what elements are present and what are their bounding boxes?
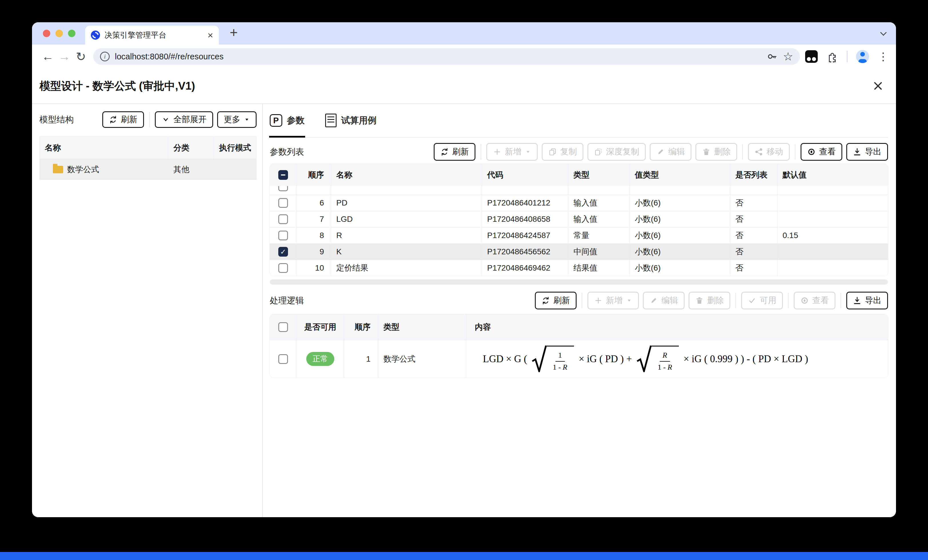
add-button[interactable]: 新增	[588, 292, 639, 309]
row-checkbox[interactable]	[278, 215, 288, 224]
forward-arrow-icon[interactable]: →	[56, 50, 73, 63]
download-icon	[853, 296, 861, 305]
menu-kebab-icon[interactable]: ⋮	[878, 50, 888, 63]
tab-trial-cases[interactable]: 试算用例	[325, 104, 377, 137]
parameters-table: 顺序 名称 代码 类型 值类型 是否列表 默认值 6PDP17204864012…	[270, 164, 888, 276]
cell-type: 输入值	[568, 211, 630, 227]
tree-row[interactable]: 数学公式 其他	[40, 159, 256, 180]
params-toolbar: 刷新新增复制深度复制编辑删除移动查看导出	[434, 143, 888, 161]
cell-value-type: 小数(6)	[630, 195, 730, 211]
bookmark-star-icon[interactable]: ☆	[783, 51, 793, 62]
back-arrow-icon[interactable]: ←	[40, 50, 56, 63]
tree-node-label: 数学公式	[67, 164, 99, 175]
button-label: 删除	[714, 146, 731, 158]
param-row[interactable]: ✓9KP1720486456562中间值小数(6)否	[270, 243, 888, 260]
url-text[interactable]: localhost:8080/#/re/resources	[115, 52, 762, 61]
toolbar-separator	[736, 293, 736, 308]
column-header: 顺序	[344, 314, 378, 340]
available-button[interactable]: 可用	[741, 292, 783, 309]
toolbar-separator	[788, 293, 789, 308]
row-checkbox[interactable]	[278, 198, 288, 208]
param-row[interactable]: 6PDP1720486401212输入值小数(6)否	[270, 195, 888, 211]
button-label: 可用	[760, 295, 776, 306]
cell-name: 定价结果	[331, 260, 482, 276]
row-checkbox[interactable]	[278, 231, 288, 240]
browser-tab[interactable]: 决策引擎管理平台 ×	[85, 26, 219, 44]
toolbar-separator	[742, 144, 743, 160]
refresh-button[interactable]: 刷新	[102, 111, 144, 128]
expand-all-button[interactable]: 全部展开	[155, 111, 213, 128]
button-label: 导出	[865, 146, 881, 158]
tab-search-chevron-icon[interactable]	[880, 29, 887, 36]
export-button[interactable]: 导出	[846, 292, 888, 309]
maximize-window-button[interactable]	[68, 30, 75, 37]
profile-avatar[interactable]	[856, 50, 869, 63]
row-checkbox[interactable]: ✓	[278, 247, 288, 257]
new-tab-button[interactable]: +	[230, 24, 238, 40]
close-window-button[interactable]	[43, 30, 50, 37]
formula: LGD × G (11 - R× iG ( PD ) +R1 - R× iG (…	[483, 345, 808, 372]
row-checkbox[interactable]	[278, 354, 288, 364]
param-row[interactable]: 8RP1720486424587常量小数(6)否0.15	[270, 227, 888, 243]
cell-is-list: 否	[730, 195, 777, 211]
copy-button[interactable]: 复制	[542, 143, 583, 161]
column-header: 值类型	[630, 164, 730, 186]
column-header: 内容	[466, 314, 888, 340]
select-all-checkbox[interactable]	[278, 170, 288, 180]
delete-button[interactable]: 删除	[695, 143, 737, 161]
cell-is-list: 否	[730, 211, 777, 227]
view-button[interactable]: 查看	[794, 292, 835, 309]
button-label: 导出	[865, 295, 881, 306]
tab-title: 决策引擎管理平台	[105, 30, 203, 40]
param-row[interactable]: 7LGDP1720486408658输入值小数(6)否	[270, 211, 888, 227]
view-button[interactable]: 查看	[801, 143, 842, 161]
add-button[interactable]: 新增	[486, 143, 538, 161]
column-header: 执行模式	[214, 137, 256, 159]
cell-type: 数学公式	[378, 340, 466, 377]
tab-strip: 决策引擎管理平台 × +	[32, 22, 896, 44]
edit-button[interactable]: 编辑	[650, 143, 691, 161]
download-icon	[853, 148, 861, 156]
logic-row[interactable]: 正常1数学公式LGD × G (11 - R× iG ( PD ) +R1 - …	[270, 340, 888, 377]
tab-close-icon[interactable]: ×	[208, 30, 213, 40]
button-label: 查看	[812, 295, 829, 306]
delete-button[interactable]: 删除	[688, 292, 730, 309]
address-bar[interactable]: i localhost:8080/#/re/resources ☆	[93, 48, 800, 65]
cell-default	[777, 211, 888, 227]
extension-icon[interactable]	[805, 50, 818, 63]
logic-section-header: 处理逻辑 刷新新增编辑删除可用查看导出	[270, 289, 888, 312]
toolbar-separator	[481, 144, 481, 160]
tree-node-category: 其他	[168, 159, 214, 180]
deep-copy-button[interactable]: 深度复制	[588, 143, 646, 161]
minimize-window-button[interactable]	[55, 30, 63, 37]
more-button[interactable]: 更多	[217, 111, 256, 128]
cell-is-list: 否	[730, 260, 777, 276]
cell-value-type: 小数(6)	[630, 244, 730, 260]
button-label: 删除	[707, 295, 724, 306]
cell-default	[777, 260, 888, 276]
cell-code: P1720486456562	[482, 244, 568, 260]
sqrt-expression: 11 - R	[532, 345, 574, 372]
edit-button[interactable]: 编辑	[643, 292, 685, 309]
close-icon[interactable]	[872, 80, 884, 92]
param-row[interactable]: 10定价结果P1720486469462结果值小数(6)否	[270, 260, 888, 276]
plus-icon	[594, 296, 603, 305]
reload-icon[interactable]: ↻	[73, 50, 89, 64]
row-checkbox[interactable]	[278, 186, 288, 191]
toolbar-right-icons: ⋮	[805, 50, 888, 63]
button-label: 新增	[505, 146, 521, 158]
select-all-checkbox[interactable]	[278, 322, 288, 332]
refresh-button[interactable]: 刷新	[434, 143, 475, 161]
tab-parameters[interactable]: P 参数	[270, 104, 305, 137]
move-button[interactable]: 移动	[748, 143, 790, 161]
key-icon[interactable]	[767, 51, 778, 62]
export-button[interactable]: 导出	[846, 143, 888, 161]
button-label: 编辑	[661, 295, 678, 306]
row-checkbox[interactable]	[278, 263, 288, 273]
horizontal-scrollbar[interactable]	[270, 279, 888, 285]
column-header: 是否列表	[730, 164, 777, 186]
cell-name: LGD	[331, 211, 482, 227]
refresh-button[interactable]: 刷新	[535, 292, 577, 309]
puzzle-icon[interactable]	[826, 50, 838, 62]
info-icon[interactable]: i	[100, 52, 110, 61]
